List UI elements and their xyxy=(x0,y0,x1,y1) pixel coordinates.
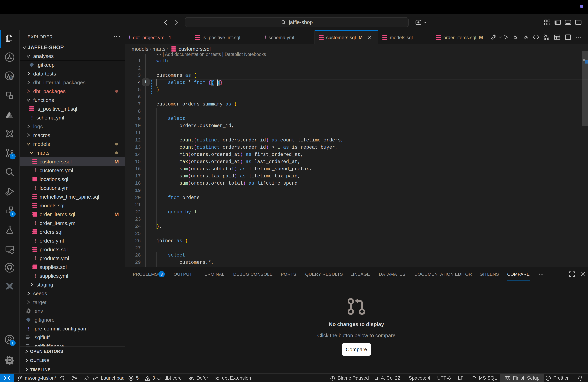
svg-text:@: @ xyxy=(9,76,13,80)
